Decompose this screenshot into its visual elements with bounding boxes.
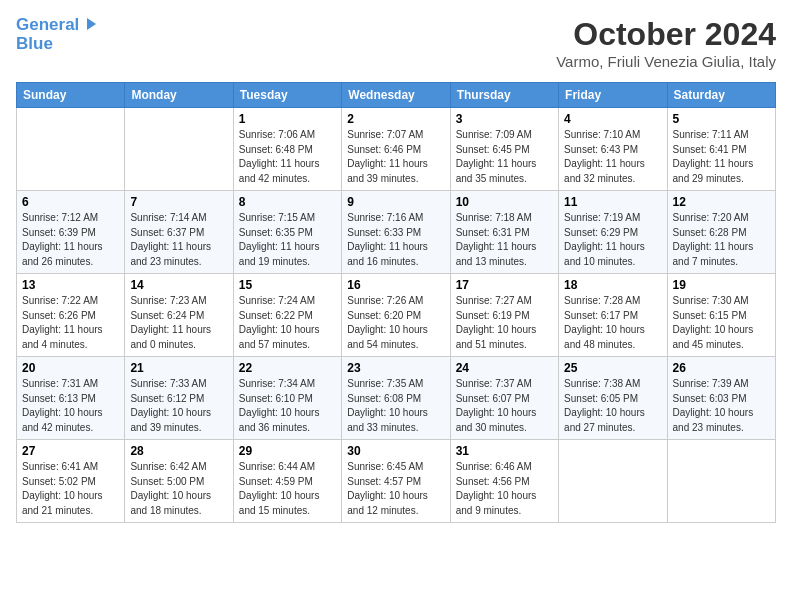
day-info: Sunrise: 7:22 AMSunset: 6:26 PMDaylight:… [22,294,119,352]
calendar-table: SundayMondayTuesdayWednesdayThursdayFrid… [16,82,776,523]
day-info: Sunrise: 7:28 AMSunset: 6:17 PMDaylight:… [564,294,661,352]
calendar-cell: 11Sunrise: 7:19 AMSunset: 6:29 PMDayligh… [559,191,667,274]
day-info: Sunrise: 7:35 AMSunset: 6:08 PMDaylight:… [347,377,444,435]
day-info: Sunrise: 6:46 AMSunset: 4:56 PMDaylight:… [456,460,553,518]
day-number: 29 [239,444,336,458]
column-header-saturday: Saturday [667,83,775,108]
calendar-cell [17,108,125,191]
day-number: 25 [564,361,661,375]
day-info: Sunrise: 6:44 AMSunset: 4:59 PMDaylight:… [239,460,336,518]
page-header: General Blue October 2024 Varmo, Friuli … [16,16,776,70]
logo-text: General Blue [16,16,96,53]
day-info: Sunrise: 7:37 AMSunset: 6:07 PMDaylight:… [456,377,553,435]
day-number: 26 [673,361,770,375]
column-header-wednesday: Wednesday [342,83,450,108]
calendar-cell: 14Sunrise: 7:23 AMSunset: 6:24 PMDayligh… [125,274,233,357]
calendar-cell: 12Sunrise: 7:20 AMSunset: 6:28 PMDayligh… [667,191,775,274]
day-number: 9 [347,195,444,209]
calendar-week-row: 20Sunrise: 7:31 AMSunset: 6:13 PMDayligh… [17,357,776,440]
day-info: Sunrise: 6:42 AMSunset: 5:00 PMDaylight:… [130,460,227,518]
day-number: 11 [564,195,661,209]
day-number: 3 [456,112,553,126]
calendar-cell: 7Sunrise: 7:14 AMSunset: 6:37 PMDaylight… [125,191,233,274]
calendar-cell: 30Sunrise: 6:45 AMSunset: 4:57 PMDayligh… [342,440,450,523]
calendar-cell [125,108,233,191]
day-number: 15 [239,278,336,292]
calendar-cell: 17Sunrise: 7:27 AMSunset: 6:19 PMDayligh… [450,274,558,357]
calendar-cell: 3Sunrise: 7:09 AMSunset: 6:45 PMDaylight… [450,108,558,191]
calendar-cell: 22Sunrise: 7:34 AMSunset: 6:10 PMDayligh… [233,357,341,440]
calendar-cell: 9Sunrise: 7:16 AMSunset: 6:33 PMDaylight… [342,191,450,274]
calendar-cell: 18Sunrise: 7:28 AMSunset: 6:17 PMDayligh… [559,274,667,357]
title-block: October 2024 Varmo, Friuli Venezia Giuli… [556,16,776,70]
day-number: 22 [239,361,336,375]
calendar-week-row: 27Sunrise: 6:41 AMSunset: 5:02 PMDayligh… [17,440,776,523]
day-info: Sunrise: 7:26 AMSunset: 6:20 PMDaylight:… [347,294,444,352]
calendar-cell: 27Sunrise: 6:41 AMSunset: 5:02 PMDayligh… [17,440,125,523]
calendar-cell: 10Sunrise: 7:18 AMSunset: 6:31 PMDayligh… [450,191,558,274]
calendar-cell: 15Sunrise: 7:24 AMSunset: 6:22 PMDayligh… [233,274,341,357]
day-number: 27 [22,444,119,458]
column-header-monday: Monday [125,83,233,108]
day-info: Sunrise: 7:16 AMSunset: 6:33 PMDaylight:… [347,211,444,269]
day-number: 19 [673,278,770,292]
day-number: 30 [347,444,444,458]
calendar-cell: 19Sunrise: 7:30 AMSunset: 6:15 PMDayligh… [667,274,775,357]
day-number: 20 [22,361,119,375]
day-info: Sunrise: 7:07 AMSunset: 6:46 PMDaylight:… [347,128,444,186]
calendar-cell: 24Sunrise: 7:37 AMSunset: 6:07 PMDayligh… [450,357,558,440]
day-info: Sunrise: 7:09 AMSunset: 6:45 PMDaylight:… [456,128,553,186]
calendar-cell: 28Sunrise: 6:42 AMSunset: 5:00 PMDayligh… [125,440,233,523]
calendar-cell: 6Sunrise: 7:12 AMSunset: 6:39 PMDaylight… [17,191,125,274]
day-number: 18 [564,278,661,292]
calendar-week-row: 1Sunrise: 7:06 AMSunset: 6:48 PMDaylight… [17,108,776,191]
day-info: Sunrise: 7:06 AMSunset: 6:48 PMDaylight:… [239,128,336,186]
calendar-cell: 5Sunrise: 7:11 AMSunset: 6:41 PMDaylight… [667,108,775,191]
calendar-cell: 31Sunrise: 6:46 AMSunset: 4:56 PMDayligh… [450,440,558,523]
logo-line2: Blue [16,35,96,54]
day-number: 21 [130,361,227,375]
logo-arrow-icon [87,18,96,30]
day-info: Sunrise: 7:30 AMSunset: 6:15 PMDaylight:… [673,294,770,352]
day-number: 14 [130,278,227,292]
calendar-week-row: 13Sunrise: 7:22 AMSunset: 6:26 PMDayligh… [17,274,776,357]
day-info: Sunrise: 6:41 AMSunset: 5:02 PMDaylight:… [22,460,119,518]
logo: General Blue [16,16,96,53]
logo-line1: General [16,16,96,35]
calendar-cell: 1Sunrise: 7:06 AMSunset: 6:48 PMDaylight… [233,108,341,191]
calendar-cell: 8Sunrise: 7:15 AMSunset: 6:35 PMDaylight… [233,191,341,274]
day-info: Sunrise: 7:18 AMSunset: 6:31 PMDaylight:… [456,211,553,269]
calendar-cell: 25Sunrise: 7:38 AMSunset: 6:05 PMDayligh… [559,357,667,440]
calendar-cell: 20Sunrise: 7:31 AMSunset: 6:13 PMDayligh… [17,357,125,440]
day-info: Sunrise: 7:11 AMSunset: 6:41 PMDaylight:… [673,128,770,186]
day-info: Sunrise: 7:19 AMSunset: 6:29 PMDaylight:… [564,211,661,269]
day-number: 10 [456,195,553,209]
day-number: 6 [22,195,119,209]
day-info: Sunrise: 7:24 AMSunset: 6:22 PMDaylight:… [239,294,336,352]
location: Varmo, Friuli Venezia Giulia, Italy [556,53,776,70]
column-header-friday: Friday [559,83,667,108]
day-info: Sunrise: 6:45 AMSunset: 4:57 PMDaylight:… [347,460,444,518]
day-info: Sunrise: 7:14 AMSunset: 6:37 PMDaylight:… [130,211,227,269]
month-title: October 2024 [556,16,776,53]
day-number: 28 [130,444,227,458]
day-number: 17 [456,278,553,292]
day-number: 7 [130,195,227,209]
calendar-header-row: SundayMondayTuesdayWednesdayThursdayFrid… [17,83,776,108]
calendar-cell: 23Sunrise: 7:35 AMSunset: 6:08 PMDayligh… [342,357,450,440]
calendar-cell [559,440,667,523]
day-info: Sunrise: 7:12 AMSunset: 6:39 PMDaylight:… [22,211,119,269]
column-header-thursday: Thursday [450,83,558,108]
day-info: Sunrise: 7:31 AMSunset: 6:13 PMDaylight:… [22,377,119,435]
day-info: Sunrise: 7:15 AMSunset: 6:35 PMDaylight:… [239,211,336,269]
column-header-sunday: Sunday [17,83,125,108]
day-number: 31 [456,444,553,458]
day-info: Sunrise: 7:34 AMSunset: 6:10 PMDaylight:… [239,377,336,435]
day-info: Sunrise: 7:10 AMSunset: 6:43 PMDaylight:… [564,128,661,186]
day-info: Sunrise: 7:39 AMSunset: 6:03 PMDaylight:… [673,377,770,435]
calendar-cell: 16Sunrise: 7:26 AMSunset: 6:20 PMDayligh… [342,274,450,357]
day-info: Sunrise: 7:27 AMSunset: 6:19 PMDaylight:… [456,294,553,352]
calendar-cell: 4Sunrise: 7:10 AMSunset: 6:43 PMDaylight… [559,108,667,191]
day-number: 13 [22,278,119,292]
column-header-tuesday: Tuesday [233,83,341,108]
